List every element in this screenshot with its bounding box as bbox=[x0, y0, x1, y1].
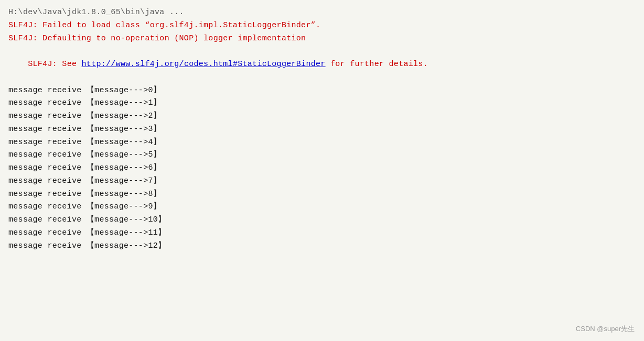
msg4-line: message receive 【message--->4】 bbox=[8, 136, 636, 149]
msg2-line: message receive 【message--->2】 bbox=[8, 110, 636, 123]
msg0-line: message receive 【message--->0】 bbox=[8, 84, 636, 97]
msg12-line: message receive 【message--->12】 bbox=[8, 240, 636, 253]
slf4j-link[interactable]: http://www.slf4j.org/codes.html#StaticLo… bbox=[82, 60, 326, 69]
msg10-line: message receive 【message--->10】 bbox=[8, 214, 636, 227]
msg11-line: message receive 【message--->11】 bbox=[8, 227, 636, 240]
msg9-line: message receive 【message--->9】 bbox=[8, 201, 636, 214]
slf4j-see-suffix: for further details. bbox=[326, 60, 428, 69]
console-container: H:\dev\Java\jdk1.8.0_65\bin\java ... SLF… bbox=[0, 0, 644, 341]
msg8-line: message receive 【message--->8】 bbox=[8, 188, 636, 201]
slf4j-see-prefix: SLF4J: See bbox=[28, 60, 81, 69]
watermark: CSDN @super先生 bbox=[576, 324, 635, 334]
msg1-line: message receive 【message--->1】 bbox=[8, 97, 636, 110]
msg6-line: message receive 【message--->6】 bbox=[8, 162, 636, 175]
slf4j-error3-line: SLF4J: See http://www.slf4j.org/codes.ht… bbox=[8, 45, 636, 84]
msg5-line: message receive 【message--->5】 bbox=[8, 149, 636, 162]
slf4j-error1-line: SLF4J: Failed to load class “org.slf4j.i… bbox=[8, 19, 636, 32]
msg3-line: message receive 【message--->3】 bbox=[8, 123, 636, 136]
slf4j-error2-line: SLF4J: Defaulting to no-operation (NOP) … bbox=[8, 32, 636, 46]
msg7-line: message receive 【message--->7】 bbox=[8, 175, 636, 188]
java-cmd-line: H:\dev\Java\jdk1.8.0_65\bin\java ... bbox=[8, 6, 636, 19]
